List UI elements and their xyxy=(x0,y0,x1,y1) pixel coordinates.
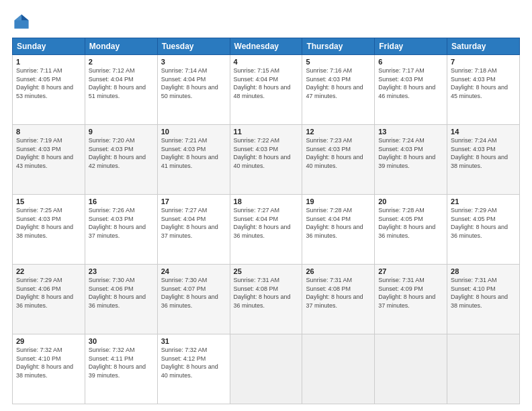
col-header-monday: Monday xyxy=(85,38,157,55)
day-number: 1 xyxy=(16,58,81,66)
day-number: 23 xyxy=(89,267,154,275)
day-number: 17 xyxy=(161,197,226,205)
col-header-saturday: Saturday xyxy=(447,38,520,55)
day-number: 9 xyxy=(89,128,154,136)
day-info: Sunrise: 7:20 AMSunset: 4:03 PMDaylight:… xyxy=(89,136,154,170)
calendar-cell: 8Sunrise: 7:19 AMSunset: 4:03 PMDaylight… xyxy=(13,125,85,195)
calendar-cell: 22Sunrise: 7:29 AMSunset: 4:06 PMDayligh… xyxy=(13,265,85,334)
calendar-week-4: 22Sunrise: 7:29 AMSunset: 4:06 PMDayligh… xyxy=(13,265,520,334)
day-info: Sunrise: 7:11 AMSunset: 4:05 PMDaylight:… xyxy=(16,66,81,100)
calendar-cell: 23Sunrise: 7:30 AMSunset: 4:06 PMDayligh… xyxy=(85,265,157,334)
calendar-cell: 10Sunrise: 7:21 AMSunset: 4:03 PMDayligh… xyxy=(157,125,230,195)
day-number: 8 xyxy=(16,128,81,136)
calendar-cell: 1Sunrise: 7:11 AMSunset: 4:05 PMDaylight… xyxy=(13,55,85,125)
svg-rect-2 xyxy=(15,20,29,28)
calendar-cell: 12Sunrise: 7:23 AMSunset: 4:03 PMDayligh… xyxy=(302,125,375,195)
day-number: 3 xyxy=(161,58,226,66)
calendar-cell: 17Sunrise: 7:27 AMSunset: 4:04 PMDayligh… xyxy=(157,195,230,265)
day-number: 11 xyxy=(234,128,299,136)
day-number: 27 xyxy=(378,267,443,275)
calendar-cell: 2Sunrise: 7:12 AMSunset: 4:04 PMDaylight… xyxy=(85,55,157,125)
calendar-cell: 13Sunrise: 7:24 AMSunset: 4:03 PMDayligh… xyxy=(375,125,447,195)
col-header-thursday: Thursday xyxy=(302,38,375,55)
day-info: Sunrise: 7:31 AMSunset: 4:08 PMDaylight:… xyxy=(306,276,371,310)
calendar-table: SundayMondayTuesdayWednesdayThursdayFrid… xyxy=(12,38,520,404)
calendar-cell: 5Sunrise: 7:16 AMSunset: 4:03 PMDaylight… xyxy=(302,55,375,125)
calendar-cell: 29Sunrise: 7:32 AMSunset: 4:10 PMDayligh… xyxy=(13,334,85,404)
day-info: Sunrise: 7:31 AMSunset: 4:08 PMDaylight:… xyxy=(234,276,299,310)
day-info: Sunrise: 7:28 AMSunset: 4:05 PMDaylight:… xyxy=(378,206,443,240)
logo xyxy=(12,12,35,31)
calendar-cell: 4Sunrise: 7:15 AMSunset: 4:04 PMDaylight… xyxy=(230,55,302,125)
day-info: Sunrise: 7:29 AMSunset: 4:05 PMDaylight:… xyxy=(451,206,516,240)
day-info: Sunrise: 7:12 AMSunset: 4:04 PMDaylight:… xyxy=(89,66,154,100)
day-info: Sunrise: 7:22 AMSunset: 4:03 PMDaylight:… xyxy=(234,136,299,170)
calendar-cell: 30Sunrise: 7:32 AMSunset: 4:11 PMDayligh… xyxy=(85,334,157,404)
day-info: Sunrise: 7:16 AMSunset: 4:03 PMDaylight:… xyxy=(306,66,371,100)
calendar-cell: 6Sunrise: 7:17 AMSunset: 4:03 PMDaylight… xyxy=(375,55,447,125)
day-info: Sunrise: 7:30 AMSunset: 4:07 PMDaylight:… xyxy=(161,276,226,310)
day-info: Sunrise: 7:24 AMSunset: 4:03 PMDaylight:… xyxy=(451,136,516,170)
calendar-week-3: 15Sunrise: 7:25 AMSunset: 4:03 PMDayligh… xyxy=(13,195,520,265)
calendar-cell: 11Sunrise: 7:22 AMSunset: 4:03 PMDayligh… xyxy=(230,125,302,195)
calendar-week-2: 8Sunrise: 7:19 AMSunset: 4:03 PMDaylight… xyxy=(13,125,520,195)
calendar-cell: 27Sunrise: 7:31 AMSunset: 4:09 PMDayligh… xyxy=(375,265,447,334)
day-number: 2 xyxy=(89,58,154,66)
day-info: Sunrise: 7:26 AMSunset: 4:03 PMDaylight:… xyxy=(89,206,154,240)
day-number: 16 xyxy=(89,197,154,205)
day-number: 21 xyxy=(451,197,516,205)
day-info: Sunrise: 7:25 AMSunset: 4:03 PMDaylight:… xyxy=(16,206,81,240)
day-info: Sunrise: 7:19 AMSunset: 4:03 PMDaylight:… xyxy=(16,136,81,170)
day-info: Sunrise: 7:17 AMSunset: 4:03 PMDaylight:… xyxy=(378,66,443,100)
logo-icon xyxy=(12,12,31,31)
calendar-cell: 25Sunrise: 7:31 AMSunset: 4:08 PMDayligh… xyxy=(230,265,302,334)
calendar-week-1: 1Sunrise: 7:11 AMSunset: 4:05 PMDaylight… xyxy=(13,55,520,125)
day-number: 20 xyxy=(378,197,443,205)
calendar-cell: 15Sunrise: 7:25 AMSunset: 4:03 PMDayligh… xyxy=(13,195,85,265)
day-number: 7 xyxy=(451,58,516,66)
day-info: Sunrise: 7:31 AMSunset: 4:09 PMDaylight:… xyxy=(378,276,443,310)
day-number: 5 xyxy=(306,58,371,66)
calendar-week-5: 29Sunrise: 7:32 AMSunset: 4:10 PMDayligh… xyxy=(13,334,520,404)
calendar-cell: 9Sunrise: 7:20 AMSunset: 4:03 PMDaylight… xyxy=(85,125,157,195)
calendar-cell: 19Sunrise: 7:28 AMSunset: 4:04 PMDayligh… xyxy=(302,195,375,265)
day-number: 10 xyxy=(161,128,226,136)
calendar-cell: 21Sunrise: 7:29 AMSunset: 4:05 PMDayligh… xyxy=(447,195,520,265)
calendar-cell: 18Sunrise: 7:27 AMSunset: 4:04 PMDayligh… xyxy=(230,195,302,265)
col-header-friday: Friday xyxy=(375,38,447,55)
day-info: Sunrise: 7:15 AMSunset: 4:04 PMDaylight:… xyxy=(234,66,299,100)
day-number: 25 xyxy=(234,267,299,275)
calendar-cell: 16Sunrise: 7:26 AMSunset: 4:03 PMDayligh… xyxy=(85,195,157,265)
header xyxy=(12,12,520,31)
calendar-header-row: SundayMondayTuesdayWednesdayThursdayFrid… xyxy=(13,38,520,55)
day-number: 18 xyxy=(234,197,299,205)
day-info: Sunrise: 7:27 AMSunset: 4:04 PMDaylight:… xyxy=(161,206,226,240)
day-number: 14 xyxy=(451,128,516,136)
svg-marker-1 xyxy=(21,15,29,21)
calendar-cell: 20Sunrise: 7:28 AMSunset: 4:05 PMDayligh… xyxy=(375,195,447,265)
page: SundayMondayTuesdayWednesdayThursdayFrid… xyxy=(0,0,532,411)
day-number: 26 xyxy=(306,267,371,275)
day-number: 31 xyxy=(161,337,226,345)
calendar-cell: 28Sunrise: 7:31 AMSunset: 4:10 PMDayligh… xyxy=(447,265,520,334)
day-number: 4 xyxy=(234,58,299,66)
day-info: Sunrise: 7:28 AMSunset: 4:04 PMDaylight:… xyxy=(306,206,371,240)
day-info: Sunrise: 7:18 AMSunset: 4:03 PMDaylight:… xyxy=(451,66,516,100)
col-header-sunday: Sunday xyxy=(13,38,85,55)
day-info: Sunrise: 7:31 AMSunset: 4:10 PMDaylight:… xyxy=(451,276,516,310)
calendar-cell: 31Sunrise: 7:32 AMSunset: 4:12 PMDayligh… xyxy=(157,334,230,404)
day-info: Sunrise: 7:29 AMSunset: 4:06 PMDaylight:… xyxy=(16,276,81,310)
day-info: Sunrise: 7:24 AMSunset: 4:03 PMDaylight:… xyxy=(378,136,443,170)
day-info: Sunrise: 7:32 AMSunset: 4:10 PMDaylight:… xyxy=(16,346,81,379)
day-info: Sunrise: 7:32 AMSunset: 4:12 PMDaylight:… xyxy=(161,346,226,379)
calendar-cell: 26Sunrise: 7:31 AMSunset: 4:08 PMDayligh… xyxy=(302,265,375,334)
day-number: 6 xyxy=(378,58,443,66)
day-info: Sunrise: 7:21 AMSunset: 4:03 PMDaylight:… xyxy=(161,136,226,170)
day-number: 22 xyxy=(16,267,81,275)
col-header-tuesday: Tuesday xyxy=(157,38,230,55)
day-number: 12 xyxy=(306,128,371,136)
day-info: Sunrise: 7:32 AMSunset: 4:11 PMDaylight:… xyxy=(89,346,154,379)
day-info: Sunrise: 7:23 AMSunset: 4:03 PMDaylight:… xyxy=(306,136,371,170)
day-info: Sunrise: 7:27 AMSunset: 4:04 PMDaylight:… xyxy=(234,206,299,240)
day-number: 19 xyxy=(306,197,371,205)
